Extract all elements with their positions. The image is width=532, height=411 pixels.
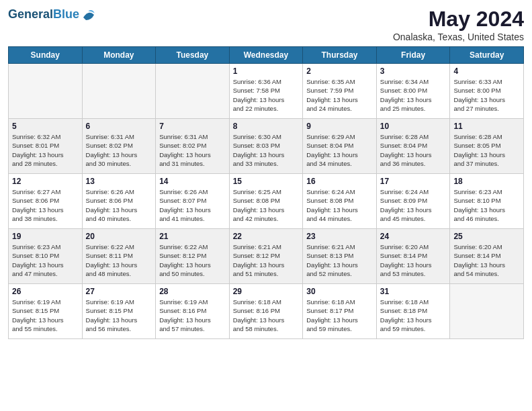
cell-info: Sunrise: 6:18 AM Sunset: 8:18 PM Dayligh… — [380, 298, 447, 333]
weekday-header: Saturday — [450, 47, 524, 64]
day-number: 24 — [380, 232, 447, 241]
weekday-header: Monday — [82, 47, 156, 64]
cell-info: Sunrise: 6:21 AM Sunset: 8:12 PM Dayligh… — [233, 242, 300, 278]
month-year: May 2024 — [393, 7, 524, 32]
day-number: 4 — [453, 66, 520, 76]
day-number: 1 — [233, 66, 300, 76]
day-number: 8 — [233, 122, 300, 131]
calendar-cell: 18Sunrise: 6:23 AM Sunset: 8:10 PM Dayli… — [450, 174, 524, 229]
day-number: 15 — [233, 177, 300, 186]
day-number: 11 — [453, 122, 520, 131]
cell-info: Sunrise: 6:19 AM Sunset: 8:16 PM Dayligh… — [159, 298, 226, 333]
calendar-week-row: 12Sunrise: 6:27 AM Sunset: 8:06 PM Dayli… — [9, 174, 524, 229]
cell-info: Sunrise: 6:24 AM Sunset: 8:09 PM Dayligh… — [380, 187, 447, 223]
cell-info: Sunrise: 6:31 AM Sunset: 8:02 PM Dayligh… — [159, 132, 226, 168]
calendar-cell — [156, 64, 230, 119]
calendar: SundayMondayTuesdayWednesdayThursdayFrid… — [8, 46, 524, 339]
cell-info: Sunrise: 6:29 AM Sunset: 8:04 PM Dayligh… — [306, 132, 373, 168]
calendar-cell: 20Sunrise: 6:22 AM Sunset: 8:11 PM Dayli… — [82, 229, 156, 284]
calendar-cell: 11Sunrise: 6:28 AM Sunset: 8:05 PM Dayli… — [450, 119, 524, 174]
calendar-cell: 6Sunrise: 6:31 AM Sunset: 8:02 PM Daylig… — [82, 119, 156, 174]
calendar-cell: 5Sunrise: 6:32 AM Sunset: 8:01 PM Daylig… — [9, 119, 83, 174]
calendar-cell: 14Sunrise: 6:26 AM Sunset: 8:07 PM Dayli… — [156, 174, 230, 229]
calendar-week-row: 5Sunrise: 6:32 AM Sunset: 8:01 PM Daylig… — [9, 119, 524, 174]
calendar-cell: 8Sunrise: 6:30 AM Sunset: 8:03 PM Daylig… — [229, 119, 303, 174]
cell-info: Sunrise: 6:23 AM Sunset: 8:10 PM Dayligh… — [453, 187, 520, 223]
cell-info: Sunrise: 6:28 AM Sunset: 8:04 PM Dayligh… — [380, 132, 447, 168]
location: Onalaska, Texas, United States — [393, 32, 524, 42]
day-number: 7 — [159, 122, 226, 131]
cell-info: Sunrise: 6:32 AM Sunset: 8:01 PM Dayligh… — [12, 132, 79, 168]
calendar-cell: 13Sunrise: 6:26 AM Sunset: 8:06 PM Dayli… — [82, 174, 156, 229]
calendar-cell: 10Sunrise: 6:28 AM Sunset: 8:04 PM Dayli… — [376, 119, 450, 174]
day-number: 19 — [12, 232, 79, 241]
day-number: 10 — [380, 122, 447, 131]
day-number: 23 — [306, 232, 373, 241]
day-number: 12 — [12, 177, 79, 186]
cell-info: Sunrise: 6:24 AM Sunset: 8:08 PM Dayligh… — [306, 187, 373, 223]
calendar-cell — [450, 284, 524, 339]
day-number: 5 — [12, 122, 79, 131]
weekday-header: Friday — [376, 47, 450, 64]
calendar-cell: 12Sunrise: 6:27 AM Sunset: 8:06 PM Dayli… — [9, 174, 83, 229]
day-number: 21 — [159, 232, 226, 241]
day-number: 22 — [233, 232, 300, 241]
cell-info: Sunrise: 6:18 AM Sunset: 8:17 PM Dayligh… — [306, 298, 373, 333]
cell-info: Sunrise: 6:36 AM Sunset: 7:58 PM Dayligh… — [233, 77, 300, 113]
weekday-header: Wednesday — [229, 47, 303, 64]
day-number: 30 — [306, 287, 373, 296]
calendar-cell: 4Sunrise: 6:33 AM Sunset: 8:00 PM Daylig… — [450, 64, 524, 119]
header: GeneralBlue May 2024 Onalaska, Texas, Un… — [8, 7, 524, 42]
calendar-cell: 1Sunrise: 6:36 AM Sunset: 7:58 PM Daylig… — [229, 64, 303, 119]
calendar-cell: 24Sunrise: 6:20 AM Sunset: 8:14 PM Dayli… — [376, 229, 450, 284]
cell-info: Sunrise: 6:21 AM Sunset: 8:13 PM Dayligh… — [306, 242, 373, 278]
day-number: 26 — [12, 287, 79, 296]
day-number: 20 — [86, 232, 152, 241]
cell-info: Sunrise: 6:20 AM Sunset: 8:14 PM Dayligh… — [453, 242, 520, 278]
weekday-header: Thursday — [303, 47, 377, 64]
logo: GeneralBlue — [8, 7, 97, 23]
weekday-header-row: SundayMondayTuesdayWednesdayThursdayFrid… — [9, 47, 524, 64]
cell-info: Sunrise: 6:18 AM Sunset: 8:16 PM Dayligh… — [233, 298, 300, 333]
cell-info: Sunrise: 6:22 AM Sunset: 8:11 PM Dayligh… — [86, 242, 152, 278]
calendar-cell: 30Sunrise: 6:18 AM Sunset: 8:17 PM Dayli… — [303, 284, 377, 339]
weekday-header: Tuesday — [156, 47, 230, 64]
day-number: 3 — [380, 66, 447, 76]
day-number: 6 — [86, 122, 152, 131]
calendar-cell: 25Sunrise: 6:20 AM Sunset: 8:14 PM Dayli… — [450, 229, 524, 284]
day-number: 13 — [86, 177, 152, 186]
calendar-cell: 23Sunrise: 6:21 AM Sunset: 8:13 PM Dayli… — [303, 229, 377, 284]
calendar-cell: 19Sunrise: 6:23 AM Sunset: 8:10 PM Dayli… — [9, 229, 83, 284]
calendar-cell: 21Sunrise: 6:22 AM Sunset: 8:12 PM Dayli… — [156, 229, 230, 284]
calendar-cell — [82, 64, 156, 119]
calendar-cell: 28Sunrise: 6:19 AM Sunset: 8:16 PM Dayli… — [156, 284, 230, 339]
page-container: GeneralBlue May 2024 Onalaska, Texas, Un… — [0, 0, 532, 411]
day-number: 27 — [86, 287, 152, 296]
day-number: 9 — [306, 122, 373, 131]
cell-info: Sunrise: 6:35 AM Sunset: 7:59 PM Dayligh… — [306, 77, 373, 113]
cell-info: Sunrise: 6:28 AM Sunset: 8:05 PM Dayligh… — [453, 132, 520, 168]
calendar-cell: 22Sunrise: 6:21 AM Sunset: 8:12 PM Dayli… — [229, 229, 303, 284]
logo-icon — [81, 7, 97, 23]
day-number: 16 — [306, 177, 373, 186]
cell-info: Sunrise: 6:19 AM Sunset: 8:15 PM Dayligh… — [12, 298, 79, 333]
calendar-week-row: 19Sunrise: 6:23 AM Sunset: 8:10 PM Dayli… — [9, 229, 524, 284]
day-number: 17 — [380, 177, 447, 186]
day-number: 14 — [159, 177, 226, 186]
calendar-cell — [9, 64, 83, 119]
calendar-cell: 17Sunrise: 6:24 AM Sunset: 8:09 PM Dayli… — [376, 174, 450, 229]
day-number: 28 — [159, 287, 226, 296]
day-number: 31 — [380, 287, 447, 296]
cell-info: Sunrise: 6:25 AM Sunset: 8:08 PM Dayligh… — [233, 187, 300, 223]
cell-info: Sunrise: 6:26 AM Sunset: 8:06 PM Dayligh… — [86, 187, 152, 223]
calendar-cell: 29Sunrise: 6:18 AM Sunset: 8:16 PM Dayli… — [229, 284, 303, 339]
calendar-cell: 26Sunrise: 6:19 AM Sunset: 8:15 PM Dayli… — [9, 284, 83, 339]
cell-info: Sunrise: 6:26 AM Sunset: 8:07 PM Dayligh… — [159, 187, 226, 223]
cell-info: Sunrise: 6:19 AM Sunset: 8:15 PM Dayligh… — [86, 298, 152, 333]
day-number: 2 — [306, 66, 373, 76]
calendar-week-row: 26Sunrise: 6:19 AM Sunset: 8:15 PM Dayli… — [9, 284, 524, 339]
cell-info: Sunrise: 6:31 AM Sunset: 8:02 PM Dayligh… — [86, 132, 152, 168]
calendar-cell: 7Sunrise: 6:31 AM Sunset: 8:02 PM Daylig… — [156, 119, 230, 174]
cell-info: Sunrise: 6:33 AM Sunset: 8:00 PM Dayligh… — [453, 77, 520, 113]
cell-info: Sunrise: 6:27 AM Sunset: 8:06 PM Dayligh… — [12, 187, 79, 223]
